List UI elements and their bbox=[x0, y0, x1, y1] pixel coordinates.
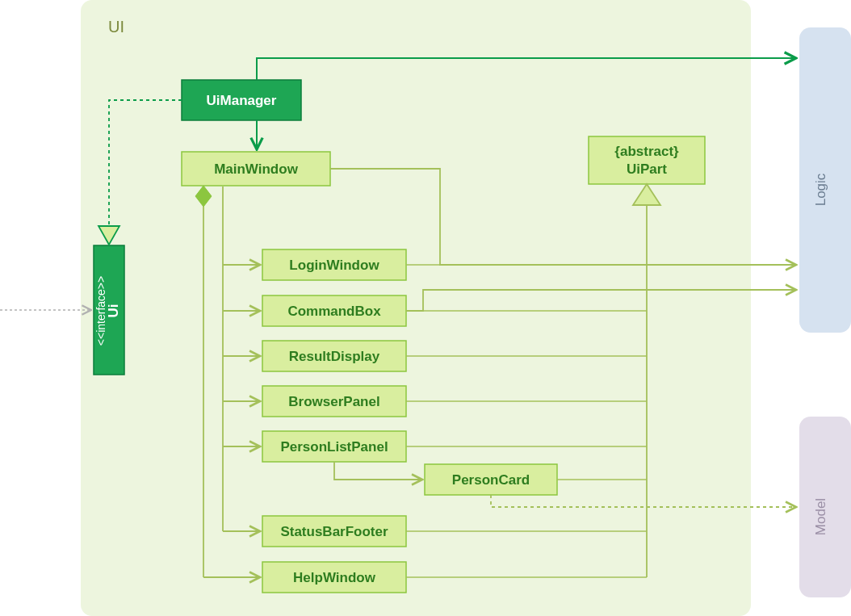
commandbox-class: CommandBox bbox=[262, 295, 406, 326]
model-package-label: Model bbox=[813, 498, 828, 535]
browserpanel-class: BrowserPanel bbox=[262, 386, 406, 417]
uimanager-class: UiManager bbox=[182, 80, 301, 120]
ui-interface: <<interface>> Ui bbox=[94, 245, 124, 375]
personcard-label: PersonCard bbox=[452, 472, 530, 488]
ui-package-label: UI bbox=[108, 18, 124, 36]
helpwindow-label: HelpWindow bbox=[293, 570, 376, 585]
uimanager-label: UiManager bbox=[207, 93, 277, 108]
commandbox-label: CommandBox bbox=[287, 304, 381, 319]
personcard-class: PersonCard bbox=[425, 464, 557, 495]
logic-package-label: Logic bbox=[813, 173, 828, 206]
browserpanel-label: BrowserPanel bbox=[288, 394, 379, 409]
loginwindow-class: LoginWindow bbox=[262, 249, 406, 280]
ui-interface-name: Ui bbox=[106, 304, 121, 318]
resultdisplay-label: ResultDisplay bbox=[289, 349, 380, 364]
logic-package: Logic bbox=[799, 27, 851, 333]
resultdisplay-class: ResultDisplay bbox=[262, 341, 406, 371]
statusbarfooter-label: StatusBarFooter bbox=[280, 524, 388, 539]
statusbarfooter-class: StatusBarFooter bbox=[262, 516, 406, 547]
loginwindow-label: LoginWindow bbox=[289, 258, 379, 273]
mainwindow-label: MainWindow bbox=[214, 161, 298, 177]
helpwindow-class: HelpWindow bbox=[262, 562, 406, 593]
personlistpanel-class: PersonListPanel bbox=[262, 431, 406, 462]
mainwindow-class: MainWindow bbox=[182, 152, 330, 186]
uipart-modifier: {abstract} bbox=[614, 144, 679, 159]
personlistpanel-label: PersonListPanel bbox=[280, 439, 388, 455]
model-package: Model bbox=[799, 417, 851, 597]
uipart-name: UiPart bbox=[627, 161, 667, 177]
uipart-class: {abstract} UiPart bbox=[589, 136, 705, 184]
